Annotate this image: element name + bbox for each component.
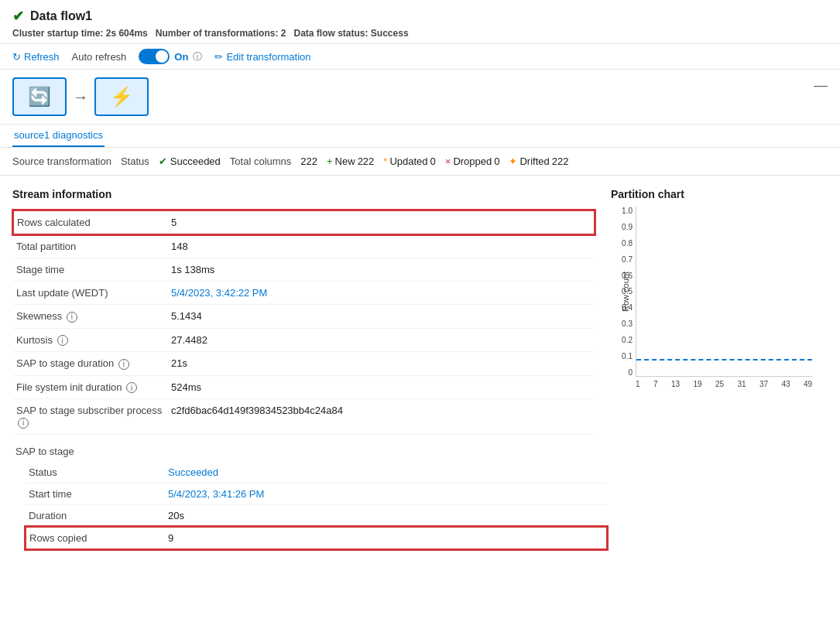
- stream-info-label: Skewness i: [13, 305, 168, 329]
- chart-area: Row count: [636, 207, 812, 377]
- sap-stage-row: StatusSucceeded: [26, 462, 607, 484]
- x-axis-tick: 37: [759, 380, 768, 388]
- stream-info-table: Rows calculated5Total partition148Stage …: [12, 210, 595, 435]
- stream-info-panel: Stream information Rows calculated5Total…: [12, 188, 595, 550]
- num-transformations-label: Number of transformations:: [156, 28, 279, 39]
- stream-info-label: SAP to stage subscriber process i: [13, 399, 168, 435]
- sap-stage-value: 5/4/2023, 3:41:26 PM: [165, 483, 607, 504]
- auto-refresh-label: Auto refresh: [72, 51, 127, 63]
- updated-icon: *: [383, 155, 387, 167]
- stream-info-value: c2fd6bac64d149f39834523bb4c24a84: [168, 399, 595, 435]
- chart-container: 1.00.90.80.70.60.50.40.30.20.10 Row coun…: [611, 207, 812, 400]
- drifted-icon: ✦: [509, 155, 517, 167]
- stream-info-value: 5: [168, 210, 595, 234]
- updated-value: 0: [430, 155, 436, 167]
- tab-source1-diagnostics[interactable]: source1 diagnostics: [12, 125, 105, 147]
- total-columns-value: 222: [300, 155, 317, 167]
- new-label: New: [335, 155, 355, 167]
- sap-to-stage-section: SAP to stage StatusSucceededStart time5/…: [12, 441, 595, 550]
- refresh-button[interactable]: ↻ Refresh: [12, 51, 60, 63]
- sap-stage-value: 9: [165, 527, 607, 549]
- y-axis-tick: 0.1: [611, 352, 633, 361]
- new-icon: +: [327, 155, 333, 167]
- stream-info-row: SAP to stage duration i21s: [13, 352, 595, 376]
- y-axis-label: Row count: [621, 272, 630, 312]
- new-value: 222: [358, 155, 375, 167]
- source-node[interactable]: 🔄: [12, 77, 67, 116]
- sap-stage-value: Succeeded: [165, 462, 607, 484]
- y-axis-tick: 1.0: [611, 207, 633, 215]
- cluster-startup-value: 2s 604ms: [106, 28, 148, 39]
- page-title: Data flow1: [30, 9, 92, 23]
- info-icon[interactable]: i: [57, 335, 68, 346]
- info-icon[interactable]: i: [126, 382, 137, 393]
- stream-info-value: 148: [168, 234, 595, 258]
- partition-chart-title: Partition chart: [611, 188, 828, 200]
- y-axis-tick: 0.9: [611, 223, 633, 231]
- x-axis-tick: 19: [693, 380, 701, 388]
- data-flow-status-label: Data flow status:: [294, 28, 369, 39]
- sap-stage-label: Duration: [26, 504, 165, 527]
- stream-info-label: Rows calculated: [13, 210, 168, 234]
- sap-to-stage-title: SAP to stage: [12, 441, 595, 462]
- success-icon: ✔: [12, 8, 24, 25]
- sap-stage-row: Duration20s: [26, 504, 607, 527]
- top-bar: ✔ Data flow1 Cluster startup time: 2s 60…: [0, 0, 840, 44]
- canvas-area: 🔄 → ⚡ —: [0, 70, 840, 125]
- stream-info-value: 1s 138ms: [168, 258, 595, 282]
- status-check-icon: ✔: [159, 155, 167, 167]
- updated-label: Updated: [389, 155, 427, 167]
- x-axis-tick: 1: [636, 380, 640, 388]
- y-axis-tick: 0.2: [611, 336, 633, 344]
- cluster-startup-label: Cluster startup time:: [12, 28, 103, 39]
- stream-info-label: Stage time: [13, 258, 168, 282]
- sap-stage-row: Start time5/4/2023, 3:41:26 PM: [26, 483, 607, 504]
- info-icon[interactable]: i: [118, 359, 129, 370]
- status-succeeded: ✔ Succeeded: [159, 155, 221, 167]
- chart-dashed-line: [636, 359, 812, 361]
- x-axis-tick: 49: [804, 380, 812, 388]
- x-axis-tick: 25: [715, 380, 724, 388]
- stream-info-row: Last update (WEDT)5/4/2023, 3:42:22 PM: [13, 282, 595, 305]
- auto-refresh-toggle[interactable]: [139, 49, 170, 64]
- source-icon: 🔄: [28, 86, 51, 108]
- edit-transformation-button[interactable]: ✏ Edit transformation: [214, 51, 310, 63]
- stream-info-row: Rows calculated5: [13, 210, 595, 234]
- x-axis-tick: 13: [671, 380, 680, 388]
- flow-arrow: →: [73, 88, 88, 106]
- updated-stat: * Updated 0: [383, 155, 435, 167]
- x-axis-tick: 31: [737, 380, 746, 388]
- x-axis-tick: 7: [653, 380, 658, 388]
- auto-refresh-toggle-container: On ⓘ: [139, 49, 202, 64]
- info-icon[interactable]: i: [18, 418, 29, 429]
- drifted-label: Drifted: [519, 155, 549, 167]
- source-transformation-label: Source transformation: [12, 155, 111, 167]
- num-transformations-value: 2: [281, 28, 286, 39]
- stream-info-label: Kurtosis i: [13, 328, 168, 352]
- tabs-bar: source1 diagnostics: [0, 125, 840, 148]
- minimize-button[interactable]: —: [814, 77, 828, 94]
- stream-info-label: File system init duration i: [13, 375, 168, 399]
- toggle-info-icon[interactable]: ⓘ: [193, 50, 202, 63]
- status-key: Status: [121, 155, 149, 167]
- info-icon[interactable]: i: [67, 312, 77, 323]
- dest-icon: ⚡: [110, 86, 133, 108]
- y-axis-tick: 0.3: [611, 320, 633, 328]
- flow-nodes: 🔄 → ⚡: [12, 77, 828, 116]
- sap-to-stage-table: StatusSucceededStart time5/4/2023, 3:41:…: [25, 462, 608, 550]
- chart-x-axis: 1713192531374349: [636, 380, 812, 388]
- total-columns-label: Total columns: [230, 155, 291, 167]
- stream-info-label: Total partition: [13, 234, 168, 258]
- stream-info-value: 5/4/2023, 3:42:22 PM: [168, 282, 595, 305]
- status-bar: Source transformation Status ✔ Succeeded…: [0, 148, 840, 176]
- dest-node[interactable]: ⚡: [94, 77, 149, 116]
- stream-info-row: SAP to stage subscriber process ic2fd6ba…: [13, 399, 595, 435]
- sap-stage-label: Rows copied: [26, 527, 165, 549]
- stream-info-title: Stream information: [12, 188, 595, 200]
- new-stat: + New 222: [327, 155, 374, 167]
- dropped-label: Dropped: [453, 155, 492, 167]
- dropped-stat: × Dropped 0: [445, 155, 500, 167]
- stream-info-label: Last update (WEDT): [13, 282, 168, 305]
- stream-info-row: Total partition148: [13, 234, 595, 258]
- meta-row: Cluster startup time: 2s 604ms Number of…: [12, 28, 828, 39]
